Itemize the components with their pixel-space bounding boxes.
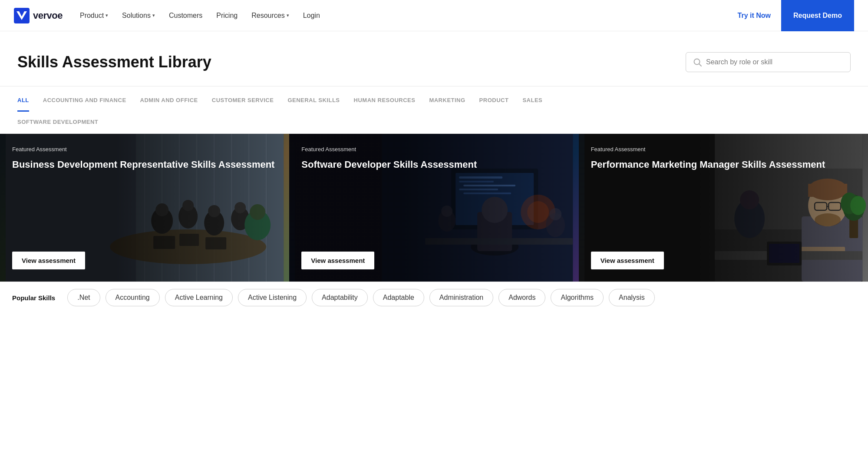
- svg-rect-0: [14, 8, 30, 23]
- nav-link-login[interactable]: Login: [303, 12, 320, 20]
- card-view-assessment-3[interactable]: View assessment: [591, 252, 664, 269]
- skill-chip[interactable]: Active Learning: [165, 289, 233, 306]
- navbar: vervoe Product ▾ Solutions ▾ Customers P…: [0, 0, 868, 31]
- card-content-2: Featured Assessment Software Developer S…: [289, 134, 578, 282]
- nav-link-product[interactable]: Product ▾: [80, 12, 108, 20]
- try-now-link[interactable]: Try it Now: [738, 12, 771, 20]
- hero-section: Skills Assessment Library: [0, 31, 868, 86]
- search-input[interactable]: [706, 58, 843, 66]
- category-tabs: ALL ACCOUNTING AND FINANCE ADMIN AND OFF…: [0, 86, 868, 134]
- nav-right: Try it Now Request Demo: [738, 0, 854, 31]
- nav-left: vervoe Product ▾ Solutions ▾ Customers P…: [14, 8, 320, 23]
- nav-link-customers[interactable]: Customers: [169, 12, 202, 20]
- vervoe-logo-icon: [14, 8, 30, 23]
- card-label-3: Featured Assessment: [591, 146, 856, 153]
- tab-all[interactable]: ALL: [17, 97, 29, 112]
- nav-link-pricing[interactable]: Pricing: [216, 12, 238, 20]
- logo-text: vervoe: [33, 10, 63, 21]
- search-icon: [693, 58, 702, 66]
- card-view-assessment-1[interactable]: View assessment: [12, 252, 85, 269]
- tab-human-resources[interactable]: HUMAN RESOURCES: [354, 97, 416, 112]
- skill-chip[interactable]: Adaptability: [312, 289, 368, 306]
- card-content-1: Featured Assessment Business Development…: [0, 134, 289, 282]
- skill-chip[interactable]: Analysis: [609, 289, 655, 306]
- featured-section: Featured Assessment Business Development…: [0, 134, 868, 282]
- tab-marketing[interactable]: MARKETING: [429, 97, 465, 112]
- card-title-3: Performance Marketing Manager Skills Ass…: [591, 159, 856, 171]
- request-demo-button[interactable]: Request Demo: [781, 0, 854, 31]
- card-view-assessment-2[interactable]: View assessment: [301, 252, 374, 269]
- chevron-down-icon: ▾: [152, 13, 155, 18]
- chevron-down-icon: ▾: [106, 13, 108, 18]
- nav-link-resources[interactable]: Resources ▾: [251, 12, 289, 20]
- cards-grid: Featured Assessment Business Development…: [0, 134, 868, 282]
- tab-accounting-finance[interactable]: ACCOUNTING AND FINANCE: [43, 97, 126, 112]
- skill-chip[interactable]: Algorithms: [551, 289, 604, 306]
- card-label-1: Featured Assessment: [12, 146, 277, 153]
- tab-customer-service[interactable]: CUSTOMER SERVICE: [212, 97, 274, 112]
- tab-software-development[interactable]: SOFTWARE DEVELOPMENT: [17, 119, 98, 133]
- nav-link-solutions[interactable]: Solutions ▾: [122, 12, 155, 20]
- nav-links: Product ▾ Solutions ▾ Customers Pricing …: [80, 12, 320, 20]
- popular-skills-section: Popular Skills .NetAccountingActive Lear…: [0, 282, 868, 313]
- logo[interactable]: vervoe: [14, 8, 63, 23]
- tab-admin-office[interactable]: ADMIN AND OFFICE: [140, 97, 198, 112]
- skill-chip[interactable]: Adwords: [498, 289, 545, 306]
- tab-general-skills[interactable]: GENERAL SKILLS: [287, 97, 340, 112]
- skills-chips-container: .NetAccountingActive LearningActive List…: [67, 282, 654, 313]
- tabs-row-1: ALL ACCOUNTING AND FINANCE ADMIN AND OFF…: [17, 97, 851, 112]
- card-label-2: Featured Assessment: [301, 146, 566, 153]
- skill-chip[interactable]: Administration: [429, 289, 493, 306]
- skill-chip[interactable]: .Net: [67, 289, 100, 306]
- card-content-3: Featured Assessment Performance Marketin…: [579, 134, 868, 282]
- page-title: Skills Assessment Library: [17, 53, 211, 71]
- popular-skills-label: Popular Skills: [0, 294, 67, 302]
- card-title-2: Software Developer Skills Assessment: [301, 159, 566, 171]
- tab-product[interactable]: PRODUCT: [479, 97, 509, 112]
- search-bar[interactable]: [686, 52, 851, 72]
- svg-line-3: [699, 64, 701, 66]
- tabs-row-2: SOFTWARE DEVELOPMENT: [17, 112, 851, 133]
- tab-sales[interactable]: SALES: [522, 97, 542, 112]
- featured-card-2: Featured Assessment Software Developer S…: [289, 134, 578, 282]
- featured-card-3: Featured Assessment Performance Marketin…: [579, 134, 868, 282]
- chevron-down-icon: ▾: [287, 13, 289, 18]
- featured-card-1: Featured Assessment Business Development…: [0, 134, 289, 282]
- card-title-1: Business Development Representative Skil…: [12, 159, 277, 171]
- skill-chip[interactable]: Accounting: [106, 289, 160, 306]
- skill-chip[interactable]: Adaptable: [373, 289, 424, 306]
- skill-chip[interactable]: Active Listening: [238, 289, 307, 306]
